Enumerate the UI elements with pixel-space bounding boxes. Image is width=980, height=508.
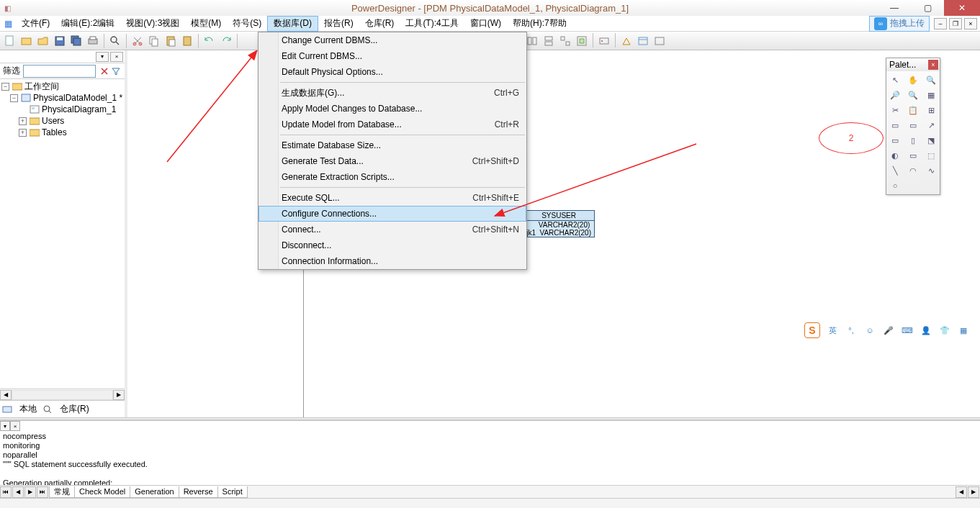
ime-keyboard-icon[interactable]: ⌨ [901, 324, 914, 337]
mdi-restore[interactable]: ❐ [949, 18, 962, 30]
palette-tool-icon[interactable]: ↖ [886, 73, 904, 87]
palette-tool-icon[interactable]: ⬔ [922, 133, 940, 148]
menu-item[interactable]: 生成数据库(G)...Ctrl+G [259, 85, 526, 101]
ime-toolbox-icon[interactable]: ▦ [957, 324, 970, 337]
ime-bar[interactable]: S 英 °, ☺ 🎤 ⌨ 👤 👕 ▦ [801, 321, 973, 340]
ime-user-icon[interactable]: 👤 [920, 324, 932, 337]
paste-icon[interactable] [163, 33, 179, 49]
palette-tool-icon[interactable]: ∿ [922, 163, 940, 178]
menu-item[interactable]: Default Physical Options... [259, 64, 526, 80]
menu-item[interactable]: Generate Test Data...Ctrl+Shift+D [259, 153, 526, 169]
ime-lang[interactable]: 英 [826, 324, 839, 337]
output-expand-icon[interactable]: ▾ [0, 421, 10, 431]
ime-emoji-icon[interactable]: ☺ [863, 324, 876, 337]
menu-item[interactable]: Execute SQL...Ctrl+Shift+E [259, 190, 526, 206]
menu-item[interactable]: 窗口(W) [464, 16, 507, 32]
filter-apply-icon[interactable] [110, 65, 122, 77]
scroll-left-icon[interactable]: ◀ [0, 390, 12, 400]
diagram-canvas[interactable]: SYSUSER VARCHAR2(20) jk1 VARCHAR2(20) 1 … [127, 50, 980, 417]
palette-tool-icon[interactable]: 🔍 [904, 88, 922, 102]
browser-hscroll[interactable]: ◀ ▶ [0, 389, 125, 400]
palette-tool-icon[interactable] [922, 178, 940, 193]
filter-clear-icon[interactable] [99, 65, 110, 77]
copy-icon[interactable] [146, 33, 162, 49]
new-icon[interactable] [2, 33, 18, 49]
menu-item[interactable]: Disconnect... [259, 237, 526, 253]
output-tab[interactable]: 常规 [49, 486, 75, 498]
palette-tool-icon[interactable]: ▭ [886, 133, 904, 148]
palette-tool-icon[interactable]: ◠ [904, 163, 922, 178]
tool-d-icon[interactable] [541, 33, 557, 49]
menu-item[interactable]: 模型(M) [185, 16, 227, 32]
paste-special-icon[interactable] [179, 33, 195, 49]
palette-tool-icon[interactable]: ▭ [904, 118, 922, 132]
collapse-icon[interactable]: − [1, 83, 9, 91]
menu-item[interactable]: Connect...Ctrl+Shift+N [259, 222, 526, 237]
output-tab[interactable]: Script [217, 486, 248, 498]
browser-expand-icon[interactable]: ▾ [96, 52, 109, 62]
palette-tool-icon[interactable]: ╲ [886, 163, 904, 178]
menu-item[interactable]: Apply Model Changes to Database... [259, 101, 526, 117]
redo-icon[interactable] [218, 33, 234, 49]
tool-f-icon[interactable] [574, 33, 590, 49]
palette-tool-icon[interactable]: 🔎 [886, 88, 904, 102]
scroll-track[interactable] [12, 390, 113, 400]
ime-logo-icon[interactable]: S [804, 322, 820, 338]
tab-local[interactable]: 本地 [19, 403, 37, 415]
tree-model[interactable]: − PhysicalDataModel_1 * [1, 92, 125, 104]
tab-scroll-left-icon[interactable]: ◀ [956, 486, 967, 498]
output-body[interactable]: nocompressmonitoringnoparallel""" SQL st… [0, 431, 980, 485]
palette-tool-icon[interactable]: ▯ [904, 133, 922, 148]
expand-icon[interactable]: + [19, 129, 27, 137]
tab-next-icon[interactable]: ▶ [24, 486, 36, 498]
palette-tool-icon[interactable]: ✂ [886, 103, 904, 117]
palette-tool-icon[interactable]: ▭ [904, 148, 922, 163]
palette-tool-icon[interactable]: ⊞ [922, 103, 940, 117]
cut-icon[interactable] [130, 33, 145, 49]
tool-j-icon[interactable] [652, 33, 667, 49]
tab-first-icon[interactable]: ⏮ [0, 486, 12, 498]
minimize-button[interactable]: — [878, 0, 911, 16]
browser-tree[interactable]: − 工作空间 − PhysicalDataModel_1 * PhysicalD… [0, 79, 125, 389]
ime-mic-icon[interactable]: 🎤 [882, 324, 895, 337]
tab-scroll-right-icon[interactable]: ▶ [968, 486, 979, 498]
save-icon[interactable] [52, 33, 68, 49]
tree-users[interactable]: + Users [1, 115, 125, 127]
menu-item[interactable]: 工具(T):4工具 [400, 16, 464, 32]
menu-item[interactable]: Generate Extraction Scripts... [259, 169, 526, 185]
tree-root[interactable]: − 工作空间 [1, 81, 125, 92]
menu-item[interactable]: 数据库(D) [267, 16, 318, 32]
scroll-right-icon[interactable]: ▶ [113, 390, 125, 400]
save-all-icon[interactable] [68, 33, 84, 49]
ime-punct-icon[interactable]: °, [845, 324, 858, 337]
menu-item[interactable]: 编辑(E):2编辑 [55, 16, 120, 32]
repo-icon[interactable] [42, 404, 54, 414]
menu-item[interactable]: Estimate Database Size... [259, 137, 526, 153]
browser-close-icon[interactable]: × [110, 52, 123, 62]
menu-item[interactable]: Connection Information... [259, 253, 526, 269]
palette-tool-icon[interactable] [904, 178, 922, 193]
tab-last-icon[interactable]: ⏭ [37, 486, 48, 498]
tree-tables[interactable]: + Tables [1, 127, 125, 138]
output-close-icon[interactable]: × [10, 421, 20, 431]
tab-prev-icon[interactable]: ◀ [12, 486, 24, 498]
menu-item[interactable]: 符号(S) [227, 16, 267, 32]
menu-system-icon[interactable]: ▦ [0, 19, 16, 29]
open-icon[interactable] [35, 33, 51, 49]
tool-g-icon[interactable] [596, 33, 612, 49]
palette-tool-icon[interactable]: 📋 [904, 103, 922, 117]
print-icon[interactable] [85, 33, 101, 49]
cloud-upload[interactable]: ∞ 拖拽上传 [869, 16, 930, 32]
menu-item[interactable]: 报告(R) [318, 16, 359, 32]
tree-diagram[interactable]: PhysicalDiagram_1 [1, 104, 125, 115]
ime-skin-icon[interactable]: 👕 [938, 324, 951, 337]
menu-item[interactable]: 仓库(R) [359, 16, 400, 32]
menu-item[interactable]: Edit Current DBMS... [259, 48, 526, 64]
undo-icon[interactable] [202, 33, 217, 49]
find-icon[interactable] [107, 33, 123, 49]
palette-tool-icon[interactable]: ◐ [886, 148, 904, 163]
tab-repo[interactable]: 仓库(R) [60, 403, 89, 415]
expand-icon[interactable]: + [19, 117, 27, 125]
new-project-icon[interactable] [19, 33, 35, 49]
palette-tool-icon[interactable]: ▦ [922, 88, 940, 102]
